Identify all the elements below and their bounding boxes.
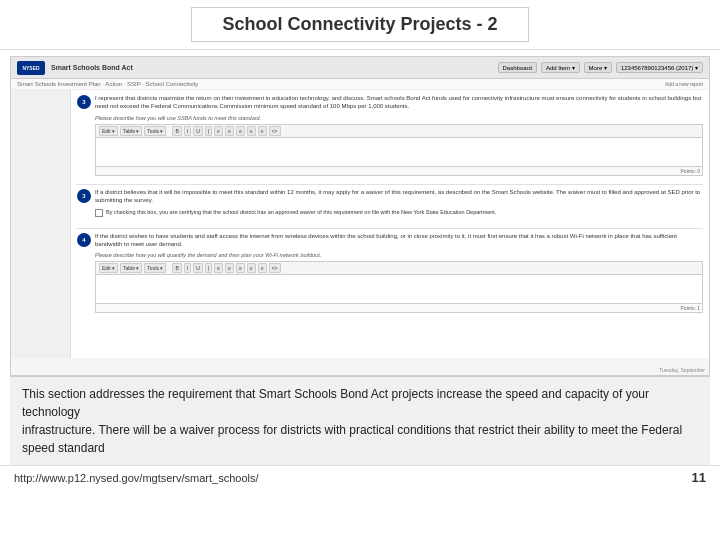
italic-3a[interactable]: I	[184, 126, 191, 136]
edit-btn-3a[interactable]: Edit ▾	[99, 126, 118, 136]
browser-frame: NYSED Smart Schools Bond Act Dashboard A…	[10, 56, 710, 376]
page-number: 11	[692, 470, 706, 485]
app-name: Smart Schools Bond Act	[51, 64, 133, 71]
waiver-label: By checking this box, you are certifying…	[106, 209, 496, 216]
footer-url: http://www.p12.nysed.gov/mgtserv/smart_s…	[14, 472, 259, 484]
list1-4[interactable]: ≡	[258, 263, 267, 273]
bold-3a[interactable]: B	[172, 126, 181, 136]
align1-3a[interactable]: ≡	[214, 126, 223, 136]
align2-3a[interactable]: ≡	[225, 126, 234, 136]
underline-3a[interactable]: U	[193, 126, 203, 136]
question-number-3b: 3	[77, 189, 91, 203]
editor-toolbar-4: Edit ▾ Table ▾ Tools ▾ B I U | ≡ ≡ ≡ ≡	[95, 261, 703, 274]
form-area: 3 I represent that districts maximize th…	[11, 90, 709, 358]
code-4[interactable]: <>	[269, 263, 281, 273]
question-number-4: 4	[77, 233, 91, 247]
more-btn[interactable]: More ▾	[584, 62, 612, 73]
points-4: Points: 1	[681, 305, 700, 311]
bottom-line3: speed standard	[22, 441, 105, 455]
editor-toolbar-3a: Edit ▾ Table ▾ Tools ▾ B I U | ≡ ≡ ≡ ≡	[95, 124, 703, 137]
editor-footer-4: Points: 1	[95, 304, 703, 313]
footer-bar: http://www.p12.nysed.gov/mgtserv/smart_s…	[0, 465, 720, 489]
format-btns-4: B I U | ≡ ≡ ≡ ≡ ≡ <>	[172, 263, 280, 273]
id-btn[interactable]: 1234567890123456 (2017) ▾	[616, 62, 703, 73]
code-3a[interactable]: <>	[269, 126, 281, 136]
editor-footer-3a: Points: 0	[95, 167, 703, 176]
add-new-label[interactable]: Add a new report	[665, 81, 703, 87]
form-sidebar	[11, 90, 71, 358]
italic-4[interactable]: I	[184, 263, 191, 273]
question-text-3a: I represent that districts maximize the …	[95, 94, 703, 111]
align3-3a[interactable]: ≡	[236, 126, 245, 136]
separator-3a: |	[205, 126, 212, 136]
nysed-logo: NYSED	[17, 61, 45, 75]
align4-3a[interactable]: ≡	[247, 126, 256, 136]
question-block-3a: 3 I represent that districts maximize th…	[77, 94, 703, 176]
align4-4[interactable]: ≡	[247, 263, 256, 273]
table-btn-3a[interactable]: Table ▾	[120, 126, 142, 136]
tools-btn-4[interactable]: Tools ▾	[144, 263, 166, 273]
question-block-3b: 3 If a district believes that it will be…	[77, 188, 703, 220]
bottom-line2: infrastructure. There will be a waiver p…	[22, 423, 682, 437]
checkbox-row-waiver: By checking this box, you are certifying…	[95, 209, 703, 217]
logo-text: NYSED	[22, 65, 39, 71]
question-content-3a: I represent that districts maximize the …	[95, 94, 703, 176]
question-text-3b: If a district believes that it will be i…	[95, 188, 703, 205]
align1-4[interactable]: ≡	[214, 263, 223, 273]
align2-4[interactable]: ≡	[225, 263, 234, 273]
separator-4: |	[205, 263, 212, 273]
editor-area-4[interactable]	[95, 274, 703, 304]
question-label-3a: Please describe how you will use SSBA fu…	[95, 115, 703, 121]
table-btn-4[interactable]: Table ▾	[120, 263, 142, 273]
browser-topbar: NYSED Smart Schools Bond Act Dashboard A…	[11, 57, 709, 79]
nav-buttons: Dashboard Add Item ▾ More ▾ 123456789012…	[498, 62, 703, 73]
breadcrumb-text: Smart Schools Investment Plan · Action ·…	[17, 81, 198, 87]
question-text-4: If the district wishes to have students …	[95, 232, 703, 249]
title-bar: School Connectivity Projects - 2	[0, 0, 720, 50]
underline-4[interactable]: U	[193, 263, 203, 273]
bottom-info: This section addresses the requirement t…	[10, 376, 710, 465]
dashboard-btn[interactable]: Dashboard	[498, 62, 537, 73]
question-label-4: Please describe how you will quantify th…	[95, 252, 703, 258]
waiver-checkbox[interactable]	[95, 209, 103, 217]
editor-area-3a[interactable]	[95, 137, 703, 167]
add-item-btn[interactable]: Add Item ▾	[541, 62, 580, 73]
question-block-4: 4 If the district wishes to have student…	[77, 232, 703, 314]
page-title: School Connectivity Projects - 2	[191, 7, 528, 42]
points-3a: Points: 0	[681, 168, 700, 174]
list1-3a[interactable]: ≡	[258, 126, 267, 136]
divider-2	[77, 228, 703, 229]
bottom-info-text: This section addresses the requirement t…	[22, 385, 698, 457]
align3-4[interactable]: ≡	[236, 263, 245, 273]
question-number-3a: 3	[77, 95, 91, 109]
timestamp: Tuesday, September	[659, 367, 705, 373]
bold-4[interactable]: B	[172, 263, 181, 273]
form-main: 3 I represent that districts maximize th…	[71, 90, 709, 358]
format-btns-3a: B I U | ≡ ≡ ≡ ≡ ≡ <>	[172, 126, 280, 136]
question-content-4: If the district wishes to have students …	[95, 232, 703, 314]
edit-btn-4[interactable]: Edit ▾	[99, 263, 118, 273]
question-content-3b: If a district believes that it will be i…	[95, 188, 703, 220]
divider-1	[77, 184, 703, 185]
breadcrumb: Smart Schools Investment Plan · Action ·…	[11, 79, 709, 90]
tools-btn-3a[interactable]: Tools ▾	[144, 126, 166, 136]
bottom-line1: This section addresses the requirement t…	[22, 387, 649, 419]
